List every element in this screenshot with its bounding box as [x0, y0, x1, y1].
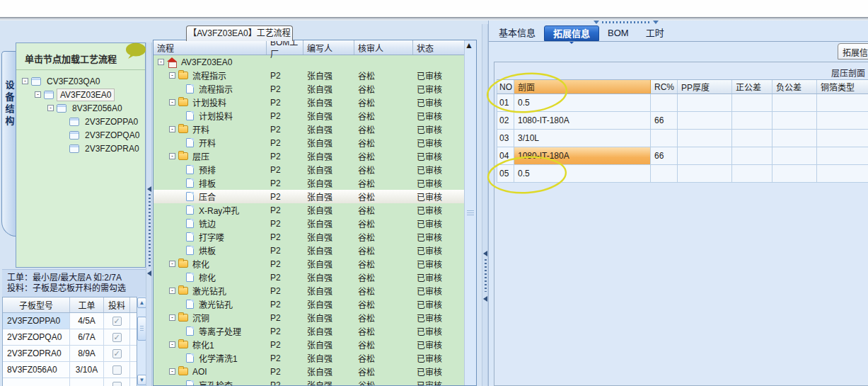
col-flow[interactable]: 流程	[154, 40, 267, 55]
expand-box-icon[interactable]: -	[35, 91, 41, 98]
flow-row[interactable]: - 烘板 P2 张自强 谷松 已审核	[154, 244, 476, 257]
col-auditor[interactable]: 核审人	[354, 40, 413, 55]
flow-row[interactable]: - X-Ray冲孔 P2 张自强 谷松 已审核	[154, 203, 476, 217]
feeding-checkbox[interactable]: ✓	[112, 317, 122, 326]
device-tree-item[interactable]: - CV3FZ03QA0	[16, 74, 145, 88]
flow-row[interactable]: - 计划投料 P2 张自强 谷松 已审核	[154, 96, 476, 109]
splitter-grip[interactable]	[485, 259, 487, 292]
subboard-row[interactable]: 2V3FZOPQA0 6/7A ✓	[3, 329, 137, 346]
device-tree-item[interactable]: - 2V3FZOPQA0	[16, 128, 145, 142]
expand-box-icon[interactable]: -	[169, 126, 175, 132]
feeding-checkbox[interactable]: ✓	[112, 333, 122, 342]
col-pos-tol[interactable]: 正公差	[732, 80, 772, 93]
feeding-checkbox[interactable]	[112, 382, 122, 386]
flow-row[interactable]: - 激光钻孔 P2 张自强 谷松 已审核	[154, 297, 476, 311]
row-icon	[186, 84, 194, 93]
detail-tab-基本信息[interactable]: 基本信息	[490, 25, 544, 41]
flow-row[interactable]: - 棕化1 P2 张自强 谷松 已审核	[154, 338, 476, 351]
expand-box-icon[interactable]: -	[169, 368, 175, 375]
flow-row[interactable]: - 棕化 P2 张自强 谷松 已审核	[154, 271, 476, 284]
expand-box-icon[interactable]: -	[169, 99, 175, 106]
flow-row[interactable]: - 排板 P2 张自强 谷松 已审核	[154, 176, 476, 190]
col-status[interactable]: 状态	[413, 40, 464, 55]
flow-row[interactable]: - AV3FZ03EA0	[154, 55, 476, 69]
tab-device-structure[interactable]: 设备结构	[1, 51, 16, 237]
col-section[interactable]: 剖面	[514, 80, 651, 93]
col-foil-type[interactable]: 铜箔类型	[817, 80, 868, 93]
device-tree-item[interactable]: - 2V3FZOPPA0	[16, 115, 145, 128]
expand-box-icon[interactable]: -	[169, 314, 175, 321]
flow-row[interactable]: - 沉铜 P2 张自强 谷松 已审核	[154, 311, 476, 324]
flow-row[interactable]: - 等离子处理 P2 张自强 谷松 已审核	[154, 324, 476, 338]
device-tree: - CV3FZ03QA0 - AV3FZ03EA0 - 8V3FZ056A0 -…	[16, 70, 145, 155]
expand-box-icon[interactable]: -	[169, 153, 175, 159]
device-tree-item[interactable]: - 2V3FZOPRA0	[16, 142, 145, 155]
lamination-row[interactable]: 05 0.5	[497, 165, 868, 183]
flow-row[interactable]: - 流程指示 P2 张自强 谷松 已审核	[154, 82, 476, 96]
flow-row[interactable]: - 盲孔检查 P2 张自强 谷松 已审核	[154, 378, 476, 386]
left-splitter[interactable]	[146, 42, 152, 386]
feeding-checkbox[interactable]	[112, 365, 122, 375]
flow-row[interactable]: - 层压 P2 张自强 谷松 已审核	[154, 149, 476, 163]
scrollbar-thumb[interactable]	[465, 50, 476, 73]
subboard-row[interactable]: 2V3FZOPRA0 8/9A ✓	[3, 346, 137, 362]
expand-box-icon[interactable]: -	[169, 261, 175, 267]
lamination-row[interactable]: 02 1080-IT-180A 66	[497, 112, 868, 130]
flow-panel-tab[interactable]: 【AV3FZ03EA0】工艺流程	[186, 25, 293, 41]
detail-tab-工时[interactable]: 工时	[637, 25, 673, 41]
splitter-grip[interactable]	[149, 194, 151, 268]
lamination-row[interactable]: 03 3/10L	[497, 130, 868, 147]
expand-box-icon[interactable]: -	[169, 72, 175, 79]
subboard-row[interactable]: 8V3FZ056A0 3/10A	[3, 362, 137, 378]
row-icon	[186, 246, 194, 255]
flow-row[interactable]: - 铣边 P2 张自强 谷松 已审核	[154, 217, 476, 230]
splitter-collapse-icon[interactable]	[147, 271, 151, 276]
expand-box-icon[interactable]: -	[169, 341, 175, 348]
splitter-collapse-icon[interactable]	[483, 251, 487, 256]
flow-row[interactable]: - 开料 P2 张自强 谷松 已审核	[154, 136, 476, 149]
writer-cell: 张自强	[303, 163, 354, 176]
expand-box-icon[interactable]: -	[22, 78, 28, 84]
col-rc[interactable]: RC%	[651, 80, 678, 93]
writer-cell	[303, 55, 354, 69]
corner-tab-extended-info[interactable]: 拓展信息	[838, 43, 868, 59]
flow-row[interactable]: - 流程指示 P2 张自强 谷松 已审核	[154, 69, 476, 82]
flow-row[interactable]: - AOI P2 张自强 谷松 已审核	[154, 365, 476, 378]
flow-rows: - AV3FZ03EA0 - 流程指示 P2 张自强 谷松 已审核 - 流程指示…	[154, 55, 476, 386]
splitter-collapse-icon[interactable]	[483, 296, 487, 302]
flow-step-label: 计划投料	[192, 96, 226, 108]
expand-box-icon[interactable]: -	[158, 59, 164, 65]
writer-cell: 张自强	[303, 149, 354, 163]
col-writer[interactable]: 编写人	[303, 40, 354, 55]
flow-row[interactable]: - 激光钻孔 P2 张自强 谷松 已审核	[154, 284, 476, 297]
col-no[interactable]: NO	[497, 80, 514, 93]
bom-factory-cell: P2	[267, 203, 303, 217]
feeding-checkbox[interactable]: ✓	[112, 349, 122, 358]
col-bom-factory[interactable]: BOM工厂	[267, 40, 303, 55]
flow-row[interactable]: - 棕化 P2 张自强 谷松 已审核	[154, 257, 476, 271]
flow-row[interactable]: - 化学清洗1 P2 张自强 谷松 已审核	[154, 351, 476, 365]
lamination-row[interactable]: 04 1080-IT-180A 66	[497, 147, 868, 165]
device-tree-item[interactable]: - 8V3FZ056A0	[16, 101, 145, 115]
flow-scrollbar[interactable]: ▲	[464, 40, 476, 385]
subboard-row[interactable]	[3, 378, 137, 386]
horizontal-splitter-grip[interactable]	[594, 19, 659, 25]
detail-tab-拓展信息[interactable]: 拓展信息	[544, 25, 599, 41]
lamination-row[interactable]: 01 0.5	[497, 94, 868, 112]
splitter-collapse-icon[interactable]	[147, 186, 151, 192]
flow-row[interactable]: - 计划投料 P2 张自强 谷松 已审核	[154, 109, 476, 123]
device-tree-item[interactable]: - AV3FZ03EA0	[16, 88, 145, 101]
section-cell: 0.5	[514, 165, 651, 182]
right-splitter[interactable]	[482, 24, 488, 386]
col-neg-tol[interactable]: 负公差	[772, 80, 817, 93]
flow-row[interactable]: - 开料 P2 张自强 谷松 已审核	[154, 123, 476, 136]
subboard-row[interactable]: 2V3FZOPPA0 4/5A ✓	[3, 313, 137, 329]
expand-box-icon[interactable]: -	[169, 288, 175, 294]
detail-tab-BOM[interactable]: BOM	[599, 25, 637, 41]
col-pp[interactable]: PP厚度	[678, 80, 732, 93]
flow-row[interactable]: - 预排 P2 张自强 谷松 已审核	[154, 163, 476, 176]
flow-row[interactable]: - 打字喽 P2 张自强 谷松 已审核	[154, 230, 476, 244]
scroll-up-icon[interactable]: ▲	[465, 40, 476, 50]
expand-box-icon[interactable]: -	[47, 105, 54, 111]
flow-row[interactable]: - 压合 P2 张自强 谷松 已审核	[154, 190, 476, 203]
